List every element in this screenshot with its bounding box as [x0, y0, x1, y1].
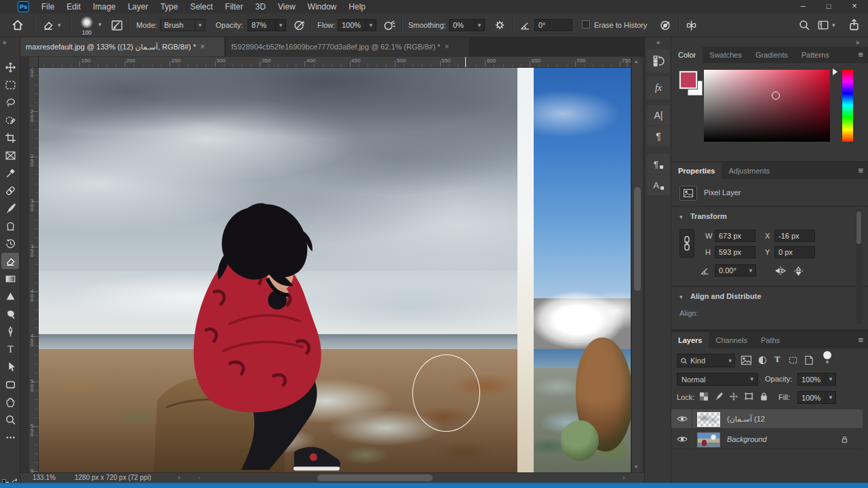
- menu-select[interactable]: Select: [184, 2, 218, 12]
- layer-filter-toggle[interactable]: [823, 351, 831, 359]
- workspace-switcher[interactable]: ▾: [817, 19, 835, 31]
- home-icon[interactable]: [11, 18, 24, 32]
- filter-adjustment-layers-icon[interactable]: [757, 355, 768, 365]
- lock-position-icon[interactable]: [727, 390, 741, 403]
- styles-fx-panel-icon[interactable]: fx: [647, 77, 670, 100]
- menu-file[interactable]: File: [35, 2, 60, 12]
- share-icon[interactable]: [848, 18, 861, 31]
- layer-row-background[interactable]: Background: [671, 430, 863, 449]
- character-styles-panel-icon[interactable]: A: [647, 175, 670, 195]
- width-field[interactable]: 673 px: [715, 230, 755, 242]
- layers-panel-menu-icon[interactable]: ≡: [858, 335, 863, 345]
- toolbar-expand-icon[interactable]: »: [3, 39, 7, 46]
- smoothing-options-gear-icon[interactable]: [494, 19, 506, 31]
- tool-hand[interactable]: [1, 394, 19, 410]
- layer-fill-field[interactable]: 100% ▾: [797, 391, 836, 404]
- scroll-right-icon[interactable]: ›: [623, 473, 625, 481]
- align-section-label[interactable]: Align and Distribute: [690, 292, 762, 300]
- tool-object-selection[interactable]: [1, 112, 19, 128]
- filter-type-layers-icon[interactable]: T: [774, 354, 781, 365]
- menu-filter[interactable]: Filter: [219, 2, 250, 12]
- tool-rectangle-shape[interactable]: [1, 376, 19, 392]
- tool-dodge[interactable]: [1, 306, 19, 322]
- tool-eyedropper[interactable]: [1, 165, 19, 181]
- vertical-ruler[interactable]: 150 200 250 300 350 400 450 500 550 600: [29, 68, 39, 472]
- history-panel-icon[interactable]: [647, 49, 670, 73]
- layer-visibility-eye-icon[interactable]: [677, 435, 688, 443]
- eraser-tool-preset[interactable]: ▾: [42, 19, 61, 31]
- erase-to-history-checkbox[interactable]: [582, 20, 590, 28]
- status-flyout-arrow-icon[interactable]: ›: [178, 473, 180, 481]
- rotate-angle-field[interactable]: 0.00° ▾: [715, 264, 756, 277]
- flip-vertical-icon[interactable]: [793, 266, 804, 277]
- tool-healing-brush[interactable]: [1, 182, 19, 199]
- saturation-brightness-gradient[interactable]: [704, 70, 830, 142]
- link-dimensions-icon[interactable]: [679, 229, 694, 258]
- lock-all-icon[interactable]: [757, 390, 770, 403]
- smoothing-field[interactable]: 0% ▾: [449, 19, 485, 31]
- tab-channels[interactable]: Channels: [709, 332, 753, 348]
- properties-scrollbar[interactable]: [856, 209, 862, 324]
- document-tab-inactive[interactable]: f5928904cb52fe16909bce7770d3a8ef.jpg @ 6…: [226, 37, 470, 56]
- layer-thumbnail-background[interactable]: [697, 432, 720, 447]
- layer-filter-kind-dropdown[interactable]: Kind ▾: [677, 354, 735, 367]
- airbrush-icon[interactable]: [383, 19, 396, 32]
- hue-strip[interactable]: [842, 70, 853, 142]
- pressure-opacity-icon[interactable]: [293, 19, 306, 32]
- horizontal-scroll-thumb[interactable]: [317, 474, 433, 481]
- tool-gradient[interactable]: [1, 270, 19, 287]
- blend-mode-dropdown[interactable]: Normal ▾: [677, 373, 758, 386]
- canvas-vertical-scrollbar[interactable]: ▴ ▾: [631, 57, 642, 472]
- menu-help[interactable]: Help: [342, 2, 372, 12]
- zoom-level-field[interactable]: 133.1%: [33, 474, 56, 481]
- align-section-chevron-icon[interactable]: ▾: [679, 294, 683, 300]
- lock-pixels-icon[interactable]: [712, 390, 726, 403]
- foreground-color-well[interactable]: [679, 71, 697, 89]
- tab-gradients[interactable]: Gradients: [749, 47, 795, 63]
- tool-rectangular-marquee[interactable]: [1, 77, 19, 93]
- close-tab-icon[interactable]: ×: [200, 42, 205, 52]
- menu-window[interactable]: Window: [302, 2, 343, 12]
- menu-view[interactable]: View: [272, 2, 302, 12]
- tab-swatches[interactable]: Swatches: [703, 47, 749, 63]
- character-panel-icon[interactable]: A|: [647, 105, 670, 125]
- properties-panel-menu-icon[interactable]: ≡: [858, 165, 863, 176]
- opacity-field[interactable]: 87% ▾: [248, 19, 286, 31]
- brush-angle-field[interactable]: 0°: [534, 19, 572, 31]
- tool-brush[interactable]: [1, 200, 19, 216]
- dock-collapse-icon[interactable]: «: [656, 39, 660, 46]
- maximize-button[interactable]: □: [816, 0, 841, 14]
- layer-opacity-field[interactable]: 100% ▾: [797, 373, 836, 386]
- menu-image[interactable]: Image: [87, 2, 121, 12]
- tool-eraser[interactable]: [1, 253, 19, 269]
- tab-adjustments[interactable]: Adjustments: [722, 163, 776, 179]
- tab-paths[interactable]: Paths: [754, 332, 787, 348]
- tool-zoom[interactable]: [1, 411, 19, 428]
- lock-transparency-icon[interactable]: [697, 390, 711, 403]
- flip-horizontal-icon[interactable]: [774, 266, 787, 276]
- panel-dock-collapse-icon[interactable]: »: [856, 39, 860, 46]
- layer-name[interactable]: (⁦آسـمان⁩ (12: [727, 415, 765, 424]
- transform-section-label[interactable]: Transform: [690, 212, 727, 220]
- tab-color[interactable]: Color: [671, 47, 703, 63]
- x-field[interactable]: -16 px: [774, 230, 815, 242]
- color-panel-menu-icon[interactable]: ≡: [858, 49, 863, 60]
- paragraph-panel-icon[interactable]: ¶: [647, 126, 670, 146]
- filter-shape-layers-icon[interactable]: [788, 355, 798, 365]
- document-tab-active[interactable]: maxresdefault.jpg @ 133% ((12) ⁦آسـمان⁩,…: [20, 37, 225, 56]
- brush-preset-picker[interactable]: 100 ▾: [78, 16, 105, 36]
- tab-properties[interactable]: Properties: [671, 163, 722, 179]
- minimize-button[interactable]: –: [791, 0, 815, 14]
- filter-smart-objects-icon[interactable]: [804, 355, 814, 365]
- lock-artboard-icon[interactable]: [742, 390, 755, 403]
- tool-blur[interactable]: [1, 288, 19, 304]
- tool-clone-stamp[interactable]: [1, 218, 19, 234]
- tool-history-brush[interactable]: [1, 235, 19, 251]
- flow-field[interactable]: 100% ▾: [338, 19, 376, 31]
- menu-edit[interactable]: Edit: [60, 2, 87, 12]
- paint-symmetry-icon[interactable]: [685, 19, 698, 32]
- tool-pen[interactable]: [1, 323, 19, 340]
- tool-crop[interactable]: [1, 129, 19, 146]
- properties-scroll-thumb[interactable]: [856, 211, 861, 244]
- tool-type[interactable]: T: [1, 341, 19, 357]
